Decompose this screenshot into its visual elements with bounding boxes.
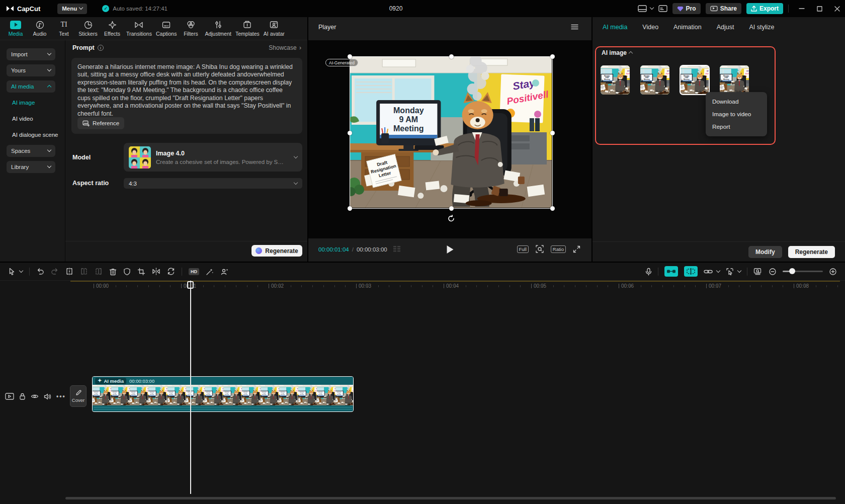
toolbar-tab-ai-avatar[interactable]: AI avatar	[262, 18, 286, 40]
slider-knob[interactable]	[789, 268, 795, 274]
delete-button[interactable]	[109, 268, 117, 276]
cursor-mode-button[interactable]	[726, 268, 741, 275]
reference-button[interactable]: Reference	[77, 117, 124, 129]
redo-button[interactable]	[51, 268, 59, 275]
toolbar-tab-effects[interactable]: Effects	[101, 18, 124, 40]
fullscreen-icon[interactable]	[573, 245, 580, 253]
generated-image-thumb-1[interactable]	[601, 65, 630, 95]
player-canvas-image[interactable]: AI-Generated	[350, 56, 553, 209]
modify-button[interactable]: Modify	[748, 246, 782, 258]
menu-item-report[interactable]: Report	[706, 120, 767, 133]
crop-button[interactable]	[137, 268, 145, 276]
toolbar-tab-audio[interactable]: Audio	[28, 18, 51, 40]
generated-image-thumb-2[interactable]	[640, 65, 669, 95]
delete-left-button[interactable]	[80, 268, 88, 275]
link-button[interactable]	[704, 269, 720, 275]
selection-handle-se[interactable]	[550, 206, 555, 211]
lock-track-button[interactable]	[19, 393, 26, 400]
zoom-out-button[interactable]	[769, 268, 777, 276]
character-button[interactable]	[220, 268, 229, 276]
player-menu-icon[interactable]	[571, 24, 578, 30]
selection-handle-e[interactable]	[550, 131, 555, 135]
selection-handle-w[interactable]	[348, 131, 352, 135]
selection-handle-n[interactable]	[449, 54, 454, 59]
tab-ai-stylize[interactable]: AI stylize	[749, 24, 774, 31]
layout-toggle-button[interactable]	[638, 5, 653, 12]
sidebar-item-import[interactable]: Import	[0, 46, 65, 62]
selection-handle-sw[interactable]	[348, 206, 352, 211]
tab-video[interactable]: Video	[642, 24, 658, 31]
maximize-button[interactable]	[817, 6, 822, 12]
prompt-regenerate-button[interactable]: Regenerate	[251, 245, 302, 257]
menu-item-download[interactable]: Download	[706, 95, 767, 108]
panel-layout-button[interactable]	[658, 5, 667, 12]
selection-handle-s[interactable]	[449, 206, 454, 211]
tab-adjust[interactable]: Adjust	[717, 24, 734, 31]
toolbar-tab-adjustment[interactable]: Adjustment	[203, 18, 233, 40]
aspect-ratio-selector[interactable]: 4:3	[124, 178, 302, 189]
selection-handle-ne[interactable]	[550, 54, 555, 59]
fit-timeline-button[interactable]	[753, 268, 763, 275]
rotate-handle-icon[interactable]	[448, 215, 455, 222]
sidebar-item-yours[interactable]: Yours	[0, 62, 65, 78]
sidebar-item-ai-image[interactable]: AI image	[0, 95, 65, 111]
playhead[interactable]	[190, 281, 191, 494]
mask-button[interactable]	[123, 268, 131, 276]
export-button[interactable]: Export	[746, 3, 783, 14]
toolbar-tab-filters[interactable]: Filters	[179, 18, 202, 40]
timeline-zoom-slider[interactable]	[783, 271, 823, 272]
timeline-clip-ai-media[interactable]: ✦AI media 00:00:03:00	[92, 376, 354, 412]
sidebar-item-spaces[interactable]: Spaces	[0, 143, 65, 159]
showcase-link[interactable]: Showcase ›	[269, 44, 301, 51]
minimize-button[interactable]	[799, 6, 805, 12]
record-voiceover-button[interactable]	[645, 268, 652, 276]
replace-button[interactable]	[167, 268, 175, 275]
cover-button[interactable]: Cover	[70, 385, 87, 407]
prompt-textarea[interactable]: Generate a hilarious internet meme image…	[71, 58, 302, 134]
toolbar-tab-media[interactable]: Media	[4, 18, 27, 40]
hd-button[interactable]: HD	[189, 268, 199, 275]
toolbar-tab-transitions[interactable]: Transitions	[125, 18, 153, 40]
split-button[interactable]	[65, 268, 73, 275]
close-button[interactable]	[834, 6, 840, 12]
share-button[interactable]: Share	[706, 3, 741, 14]
selection-handle-nw[interactable]	[348, 54, 352, 59]
tab-ai-media[interactable]: AI media	[603, 24, 627, 31]
timeline-scrollbar[interactable]	[65, 497, 836, 499]
frame-view-icon[interactable]	[393, 246, 400, 253]
pro-button[interactable]: Pro	[672, 3, 701, 14]
select-tool-button[interactable]	[8, 268, 23, 276]
track-more-button[interactable]: •••	[56, 393, 66, 400]
ai-image-section-header[interactable]: AI image	[602, 49, 632, 56]
preview-axis-toggle[interactable]	[684, 266, 698, 277]
auto-snap-toggle[interactable]	[664, 266, 678, 277]
undo-button[interactable]	[36, 268, 44, 275]
ratio-button[interactable]: Ratio	[551, 245, 566, 253]
mute-track-button[interactable]	[44, 393, 51, 400]
flip-button[interactable]	[152, 268, 160, 275]
player-stage[interactable]: AI-Generated	[308, 40, 592, 238]
toolbar-tab-text[interactable]: TI Text	[52, 18, 75, 40]
sidebar-item-ai-video[interactable]: AI video	[0, 111, 65, 127]
full-button[interactable]: Full	[517, 245, 529, 253]
play-button[interactable]	[447, 245, 453, 254]
menu-item-image-to-video[interactable]: Image to video	[706, 108, 767, 120]
sidebar-item-ai-media[interactable]: AI media	[0, 78, 65, 95]
timeline-ruler[interactable]: 00:0000:0100:0200:0300:0400:0500:0600:07…	[0, 281, 845, 292]
hide-track-button[interactable]	[31, 393, 39, 399]
sidebar-item-library[interactable]: Library	[0, 159, 65, 175]
tab-animation[interactable]: Animation	[673, 24, 702, 31]
delete-right-button[interactable]	[95, 268, 103, 275]
focus-zoom-icon[interactable]	[536, 245, 544, 253]
zoom-in-button[interactable]	[829, 268, 837, 276]
generated-image-thumb-4[interactable]	[720, 65, 749, 95]
enhance-button[interactable]	[206, 268, 214, 276]
menu-button[interactable]: Menu	[57, 4, 87, 14]
panel-regenerate-button[interactable]: Regenerate	[788, 246, 835, 258]
toolbar-tab-templates[interactable]: Templates	[234, 18, 261, 40]
generated-image-thumb-3[interactable]	[680, 65, 709, 95]
toolbar-tab-captions[interactable]: Captions	[154, 18, 178, 40]
playhead-handle[interactable]	[187, 281, 194, 289]
model-selector[interactable]: Image 4.0 Create a cohesive set of image…	[124, 143, 302, 172]
sidebar-item-ai-dialogue-scene[interactable]: AI dialogue scene	[0, 127, 65, 143]
